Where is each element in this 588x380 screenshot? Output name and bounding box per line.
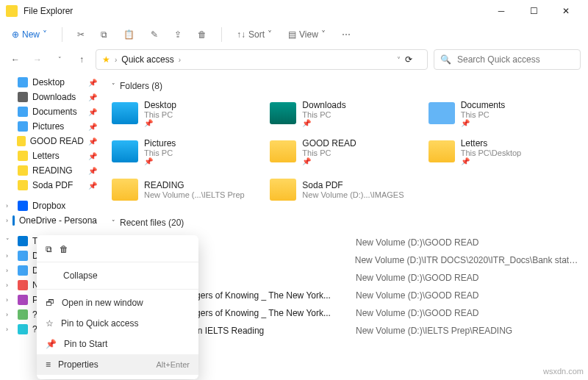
- expand-icon[interactable]: ›: [6, 326, 13, 333]
- sidebar-item[interactable]: Downloads 📌: [0, 90, 103, 104]
- command-bar: ⊕ New ˅ ✂ ⧉ 📋 ✎ ⇪ 🗑 ↑↓ Sort ˅ ▤ View ˅ ⋯: [0, 22, 588, 47]
- expand-icon[interactable]: ›: [6, 217, 8, 224]
- dropdown-icon[interactable]: ˅: [397, 56, 401, 64]
- sidebar-item[interactable]: READING 📌: [0, 163, 103, 178]
- expand-icon[interactable]: ›: [6, 267, 13, 274]
- expand-icon[interactable]: ›: [6, 282, 13, 289]
- collapse-icon[interactable]: ˅: [112, 82, 115, 90]
- folder-item[interactable]: Soda PDF New Volume (D:)...\IMAGES: [270, 173, 420, 206]
- delete-icon[interactable]: 🗑: [60, 244, 68, 254]
- ctx-properties[interactable]: ≡ Properties Alt+Enter: [37, 354, 198, 375]
- collapse-icon[interactable]: ˅: [112, 219, 115, 226]
- open-location-icon[interactable]: ⧉: [46, 244, 52, 254]
- maximize-button[interactable]: ☐: [523, 2, 544, 20]
- properties-icon: ≡: [46, 359, 51, 370]
- pin-icon: 📌: [88, 137, 97, 146]
- chevron-icon[interactable]: ›: [179, 56, 181, 64]
- ctx-label: Open in new window: [62, 298, 143, 308]
- recent-group-header[interactable]: ˅ Recent files (20): [112, 218, 579, 228]
- folder-name: Documents: [461, 100, 506, 110]
- sidebar-item[interactable]: Desktop 📌: [0, 75, 103, 90]
- folder-name: Letters: [461, 138, 522, 148]
- share-button[interactable]: ⇪: [170, 24, 186, 45]
- up-button[interactable]: ↑: [74, 51, 90, 68]
- folders-group-header[interactable]: ˅ Folders (8): [112, 81, 579, 91]
- sidebar-item[interactable]: Letters 📌: [0, 148, 103, 163]
- expand-icon[interactable]: ›: [6, 311, 13, 318]
- recent-header-label: Recent files (20): [120, 218, 184, 228]
- location-crumb[interactable]: Quick access: [121, 54, 173, 65]
- file-location: New Volume (D:)\IELTS Prep\READING: [356, 326, 512, 336]
- pin-icon: 📌: [88, 152, 97, 160]
- folder-location: This PC: [461, 110, 506, 119]
- folder-icon: [18, 77, 28, 87]
- drive-icon: [18, 280, 28, 290]
- ctx-pin-quick-access[interactable]: ☆ Pin to Quick access: [37, 313, 198, 334]
- refresh-button[interactable]: ⟳: [405, 54, 421, 65]
- minimize-button[interactable]: ─: [491, 2, 512, 20]
- context-menu: ⧉ 🗑 Collapse 🗗 Open in new window ☆ Pin …: [37, 235, 198, 379]
- folder-item[interactable]: GOOD READ This PC 📌: [270, 135, 420, 168]
- cloud-icon: [18, 201, 28, 211]
- recent-locations-button[interactable]: ˅: [51, 51, 68, 68]
- ctx-collapse[interactable]: Collapse: [37, 265, 198, 286]
- expand-icon[interactable]: ›: [6, 296, 13, 304]
- pin-icon: 📌: [461, 119, 506, 127]
- pin-icon: 📌: [88, 167, 97, 175]
- cut-button[interactable]: ✂: [73, 24, 89, 45]
- forward-button[interactable]: →: [29, 51, 46, 68]
- menu-separator: [37, 289, 198, 290]
- sidebar-item[interactable]: Soda PDF 📌: [0, 178, 103, 193]
- folder-item[interactable]: Documents This PC 📌: [429, 97, 579, 129]
- rename-button[interactable]: ✎: [146, 24, 162, 45]
- folder-item[interactable]: Desktop This PC 📌: [112, 97, 262, 129]
- new-button[interactable]: ⊕ New ˅: [7, 24, 51, 45]
- back-button[interactable]: ←: [7, 51, 24, 68]
- folder-location: New Volume (...\IELTS Prep: [144, 190, 245, 199]
- sidebar-item[interactable]: › OneDrive - Persona: [0, 213, 103, 228]
- sidebar-label: Pictures: [32, 121, 64, 132]
- window-icon: 🗗: [46, 298, 54, 308]
- separator: [221, 27, 222, 42]
- expand-icon[interactable]: ›: [6, 252, 13, 259]
- search-box[interactable]: 🔍: [434, 49, 581, 70]
- drive-icon: [18, 251, 28, 261]
- sidebar-label: Dropbox: [32, 201, 65, 211]
- expand-icon[interactable]: ›: [6, 202, 13, 209]
- sidebar-item[interactable]: GOOD READ 📌: [0, 134, 103, 148]
- folder-icon: [18, 151, 28, 161]
- paste-button[interactable]: 📋: [119, 24, 139, 45]
- window-controls: ─ ☐ ✕: [485, 2, 582, 20]
- sidebar-item[interactable]: Documents 📌: [0, 104, 103, 119]
- ctx-open-new-window[interactable]: 🗗 Open in new window: [37, 293, 198, 313]
- file-location: New Volume (D:)\GOOD READ: [356, 237, 478, 248]
- pin-icon: 📌: [46, 339, 57, 349]
- ctx-label: Pin to Quick access: [61, 318, 138, 329]
- folder-location: New Volume (D:)...\IMAGES: [302, 190, 404, 199]
- search-input[interactable]: [456, 54, 574, 65]
- ctx-pin-start[interactable]: 📌 Pin to Start: [37, 334, 198, 354]
- pin-icon: 📌: [88, 108, 97, 116]
- folder-item[interactable]: Downloads This PC 📌: [270, 97, 420, 129]
- view-button[interactable]: ▤ View ˅: [284, 24, 330, 45]
- pin-icon: 📌: [302, 119, 345, 127]
- address-bar[interactable]: ★ › Quick access › ˅ ⟳: [96, 49, 428, 70]
- watermark: wsxdn.com: [543, 367, 584, 376]
- folder-item[interactable]: Letters This PC\Desktop 📌: [429, 135, 579, 168]
- more-button[interactable]: ⋯: [337, 24, 355, 45]
- folder-item[interactable]: Pictures This PC 📌: [112, 135, 262, 168]
- pin-icon: 📌: [88, 93, 97, 101]
- folder-icon: [429, 102, 455, 124]
- sort-button[interactable]: ↑↓ Sort ˅: [232, 24, 276, 45]
- folder-item[interactable]: READING New Volume (...\IELTS Prep: [112, 173, 262, 206]
- cloud-icon: [12, 215, 15, 226]
- sidebar-item[interactable]: Pictures 📌: [0, 119, 103, 134]
- context-icon-row: ⧉ 🗑: [37, 240, 198, 259]
- delete-button[interactable]: 🗑: [193, 24, 211, 45]
- ctx-label: Pin to Start: [64, 339, 107, 349]
- copy-button[interactable]: ⧉: [96, 24, 112, 45]
- close-button[interactable]: ✕: [556, 2, 576, 20]
- expand-icon[interactable]: ˅: [6, 237, 13, 245]
- folder-icon: [18, 165, 28, 176]
- sidebar-item[interactable]: › Dropbox: [0, 198, 103, 213]
